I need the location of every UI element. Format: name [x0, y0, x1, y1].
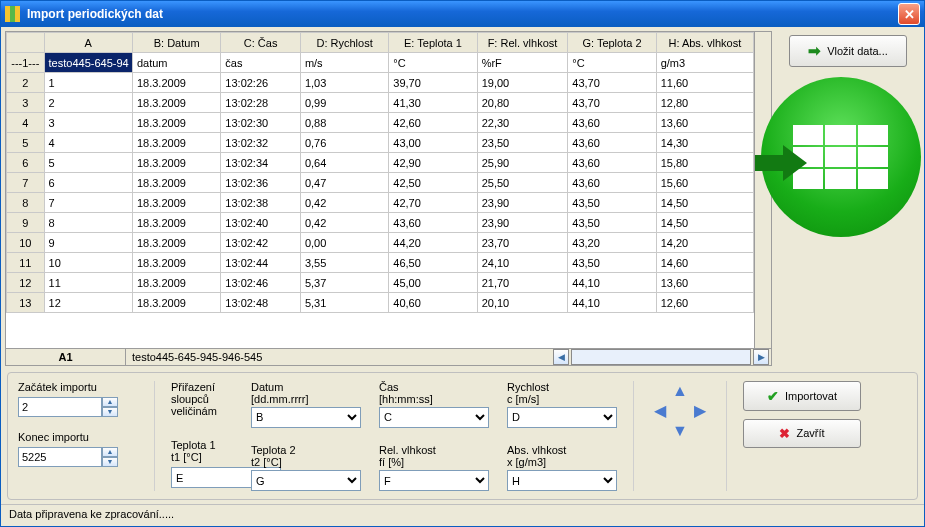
cell[interactable]: 23,50 [477, 133, 568, 153]
cell[interactable]: 43,00 [389, 133, 477, 153]
cell[interactable]: 13,60 [656, 273, 753, 293]
row-header[interactable]: ---1--- [7, 53, 45, 73]
cell[interactable]: 18.3.2009 [132, 193, 220, 213]
cell[interactable]: 14,20 [656, 233, 753, 253]
cell[interactable]: 40,60 [389, 293, 477, 313]
cell[interactable]: 11 [44, 273, 132, 293]
end-import-input[interactable] [18, 447, 102, 467]
cell[interactable]: 13:02:30 [221, 113, 301, 133]
cell[interactable]: datum [132, 53, 220, 73]
cell[interactable]: 13,60 [656, 113, 753, 133]
cell[interactable]: 18.3.2009 [132, 173, 220, 193]
row-header[interactable]: 7 [7, 173, 45, 193]
cell[interactable]: 18.3.2009 [132, 93, 220, 113]
cell[interactable]: m/s [300, 53, 388, 73]
teplota2-combo[interactable]: G [251, 470, 361, 491]
cell[interactable]: 10 [44, 253, 132, 273]
rychlost-combo[interactable]: D [507, 407, 617, 428]
col-header[interactable]: C: Čas [221, 33, 301, 53]
cell[interactable]: 42,50 [389, 173, 477, 193]
cell[interactable]: 43,20 [568, 233, 656, 253]
cell[interactable]: 3 [44, 113, 132, 133]
import-button[interactable]: ✔ Importovat [743, 381, 861, 411]
cell[interactable]: g/m3 [656, 53, 753, 73]
close-button[interactable]: ✕ [898, 3, 920, 25]
cell[interactable]: 11,60 [656, 73, 753, 93]
cell[interactable]: čas [221, 53, 301, 73]
scroll-right-icon[interactable]: ▶ [753, 349, 769, 365]
row-header[interactable]: 11 [7, 253, 45, 273]
scroll-left-icon[interactable]: ◀ [553, 349, 569, 365]
cell[interactable]: 0,42 [300, 193, 388, 213]
cell[interactable]: 0,76 [300, 133, 388, 153]
nav-left-icon[interactable]: ◀ [650, 401, 670, 421]
cell[interactable]: 6 [44, 173, 132, 193]
cell[interactable]: 42,60 [389, 113, 477, 133]
close-dialog-button[interactable]: ✖ Zavřít [743, 419, 861, 448]
datum-combo[interactable]: B [251, 407, 361, 428]
cell[interactable]: 43,60 [568, 113, 656, 133]
nav-right-icon[interactable]: ▶ [690, 401, 710, 421]
cell[interactable]: 39,70 [389, 73, 477, 93]
col-header[interactable]: A [44, 33, 132, 53]
cell[interactable]: 43,70 [568, 93, 656, 113]
row-header[interactable]: 4 [7, 113, 45, 133]
start-import-input[interactable] [18, 397, 102, 417]
cell[interactable]: 43,50 [568, 213, 656, 233]
cell[interactable]: 5,31 [300, 293, 388, 313]
row-header[interactable]: 8 [7, 193, 45, 213]
relvlh-combo[interactable]: F [379, 470, 489, 491]
cell[interactable]: 18.3.2009 [132, 293, 220, 313]
spin-up-icon[interactable]: ▲ [102, 397, 118, 407]
cell[interactable]: 23,70 [477, 233, 568, 253]
cell[interactable]: 12,80 [656, 93, 753, 113]
cell[interactable]: 43,70 [568, 73, 656, 93]
row-header[interactable]: 3 [7, 93, 45, 113]
row-header[interactable]: 12 [7, 273, 45, 293]
cell[interactable]: 1 [44, 73, 132, 93]
spin-down-icon[interactable]: ▼ [102, 407, 118, 417]
cell[interactable]: 14,50 [656, 193, 753, 213]
cell[interactable]: 23,90 [477, 193, 568, 213]
cell[interactable]: 19,00 [477, 73, 568, 93]
cell[interactable]: 13:02:34 [221, 153, 301, 173]
cell[interactable]: 14,60 [656, 253, 753, 273]
cell[interactable]: 44,10 [568, 293, 656, 313]
cell[interactable]: 42,70 [389, 193, 477, 213]
cell[interactable]: 0,47 [300, 173, 388, 193]
cell[interactable]: 45,00 [389, 273, 477, 293]
cell[interactable]: 18.3.2009 [132, 273, 220, 293]
col-header[interactable]: G: Teplota 2 [568, 33, 656, 53]
row-header[interactable]: 2 [7, 73, 45, 93]
cell[interactable]: 13:02:46 [221, 273, 301, 293]
cell[interactable]: 12 [44, 293, 132, 313]
nav-down-icon[interactable]: ▼ [670, 421, 690, 441]
cell[interactable]: 0,99 [300, 93, 388, 113]
cell[interactable]: 22,30 [477, 113, 568, 133]
cell[interactable]: 5,37 [300, 273, 388, 293]
cell[interactable]: 15,80 [656, 153, 753, 173]
row-header[interactable]: 13 [7, 293, 45, 313]
cell[interactable]: 42,90 [389, 153, 477, 173]
spin-up-icon[interactable]: ▲ [102, 447, 118, 457]
col-header[interactable]: D: Rychlost [300, 33, 388, 53]
cell[interactable]: 14,50 [656, 213, 753, 233]
cell[interactable]: 18.3.2009 [132, 253, 220, 273]
cell[interactable]: 9 [44, 233, 132, 253]
cell[interactable]: 4 [44, 133, 132, 153]
horizontal-scrollbar[interactable]: ◀ ▶ [551, 349, 771, 365]
cell[interactable]: 0,64 [300, 153, 388, 173]
data-grid[interactable]: A B: Datum C: Čas D: Rychlost E: Teplota… [5, 31, 755, 349]
cell[interactable]: 13:02:36 [221, 173, 301, 193]
cell[interactable]: 44,20 [389, 233, 477, 253]
cell[interactable]: 43,60 [568, 133, 656, 153]
cell[interactable]: 13:02:44 [221, 253, 301, 273]
cell[interactable]: 2 [44, 93, 132, 113]
cell[interactable]: 0,88 [300, 113, 388, 133]
end-import-spinner[interactable]: ▲▼ [18, 447, 138, 467]
col-header[interactable]: F: Rel. vlhkost [477, 33, 568, 53]
row-header[interactable]: 10 [7, 233, 45, 253]
cell[interactable]: 18.3.2009 [132, 73, 220, 93]
cell[interactable]: °C [389, 53, 477, 73]
cell[interactable]: 0,00 [300, 233, 388, 253]
